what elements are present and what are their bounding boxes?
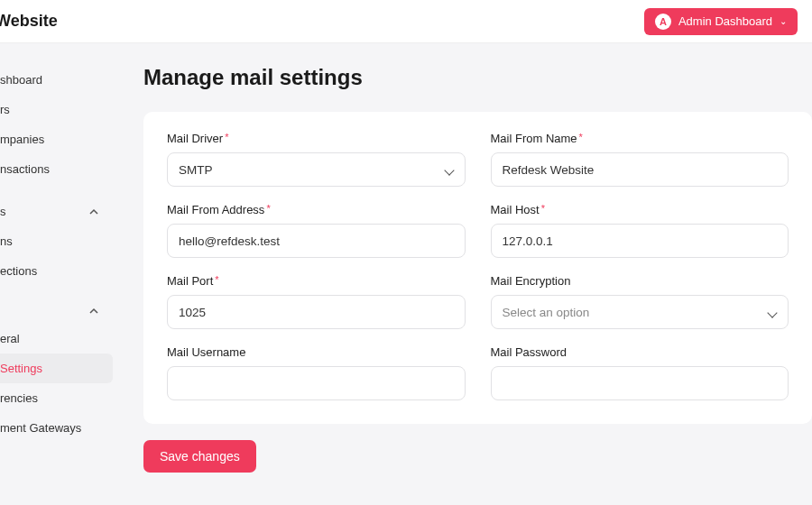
main-content: Manage mail settings Mail Driver SMTP Ma…	[113, 43, 812, 505]
app-header: sk Website A Admin Dashboard ⌄	[0, 0, 812, 43]
sidebar: shboard rs mpanies nsactions s ns ection…	[0, 43, 113, 505]
label-mail-from-name: Mail From Name	[491, 132, 789, 145]
field-mail-from-name: Mail From Name	[491, 132, 789, 187]
page-title: Manage mail settings	[143, 65, 812, 90]
chevron-up-icon	[89, 207, 98, 216]
sidebar-item-dashboard[interactable]: shboard	[0, 65, 113, 95]
sidebar-item-sections[interactable]: ections	[0, 256, 113, 286]
admin-label: Admin Dashboard	[678, 14, 772, 28]
avatar: A	[655, 14, 671, 30]
label-mail-driver: Mail Driver	[167, 132, 466, 145]
label-mail-host: Mail Host	[491, 203, 789, 216]
input-mail-port[interactable]	[167, 295, 466, 329]
field-mail-from-address: Mail From Address	[167, 203, 466, 258]
field-mail-encryption: Mail Encryption Select an option	[491, 274, 789, 329]
field-mail-port: Mail Port	[167, 274, 466, 329]
input-mail-host[interactable]	[491, 224, 789, 258]
input-mail-username[interactable]	[167, 366, 466, 400]
save-button[interactable]: Save changes	[143, 440, 256, 473]
chevron-down-icon: ⌄	[780, 16, 787, 26]
select-mail-driver[interactable]: SMTP	[167, 152, 466, 187]
sidebar-item-users[interactable]: rs	[0, 95, 113, 124]
sidebar-group-settings[interactable]	[0, 298, 113, 324]
sidebar-item-payment-gateways[interactable]: ment Gateways	[0, 413, 113, 443]
app-logo: sk Website	[0, 12, 58, 31]
label-mail-from-address: Mail From Address	[167, 203, 466, 216]
chevron-up-icon	[89, 307, 98, 316]
settings-card: Mail Driver SMTP Mail From Name Mail Fro…	[143, 112, 812, 424]
sidebar-item-currencies[interactable]: rencies	[0, 383, 113, 413]
sidebar-item-companies[interactable]: mpanies	[0, 124, 113, 154]
select-mail-encryption[interactable]: Select an option	[491, 295, 789, 329]
field-mail-username: Mail Username	[167, 345, 466, 400]
label-mail-encryption: Mail Encryption	[491, 274, 789, 288]
sidebar-group-plans[interactable]: s	[0, 197, 113, 226]
admin-dashboard-menu[interactable]: A Admin Dashboard ⌄	[644, 8, 798, 35]
sidebar-item-plans[interactable]: ns	[0, 226, 113, 256]
label-mail-password: Mail Password	[491, 345, 789, 359]
sidebar-item-transactions[interactable]: nsactions	[0, 154, 113, 184]
field-mail-driver: Mail Driver SMTP	[167, 132, 466, 187]
sidebar-item-mail-settings[interactable]: Settings	[0, 354, 113, 383]
field-mail-host: Mail Host	[491, 203, 789, 258]
input-mail-from-name[interactable]	[491, 152, 789, 187]
field-mail-password: Mail Password	[491, 345, 789, 400]
input-mail-password[interactable]	[491, 366, 789, 400]
label-mail-port: Mail Port	[167, 274, 466, 288]
sidebar-item-general[interactable]: eral	[0, 324, 113, 354]
input-mail-from-address[interactable]	[167, 224, 466, 258]
label-mail-username: Mail Username	[167, 345, 466, 359]
